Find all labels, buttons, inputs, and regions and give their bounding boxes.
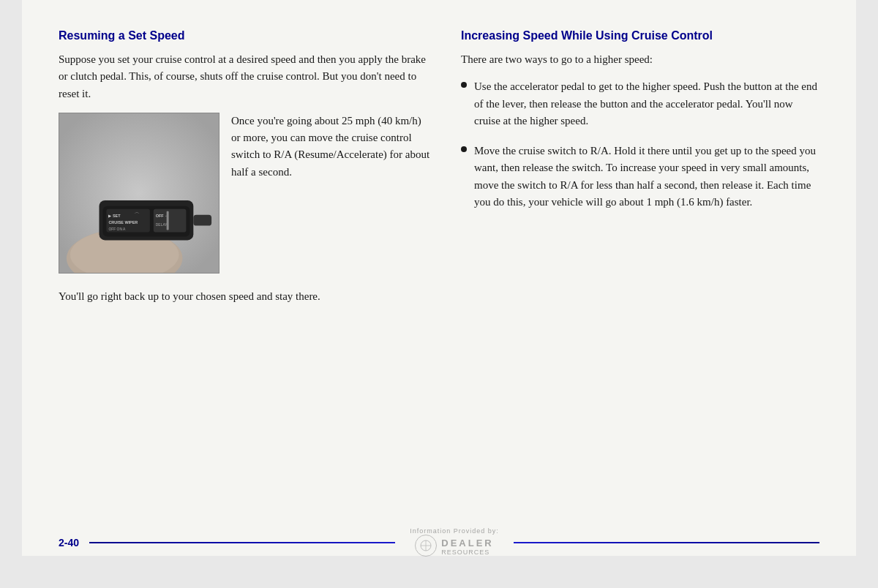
svg-text:▶ SET: ▶ SET <box>108 213 121 217</box>
footer-logo-text-block: DEALER RESOURCES <box>441 538 493 556</box>
svg-text:CRUISE WIPER: CRUISE WIPER <box>108 219 138 224</box>
bullet-list: Use the accelerator pedal to get to the … <box>461 78 819 211</box>
bullet-item-1: Use the accelerator pedal to get to the … <box>461 78 819 129</box>
svg-text:DELAY: DELAY <box>156 222 168 226</box>
svg-rect-12 <box>193 214 211 225</box>
footer-logo-row: DEALER RESOURCES <box>415 535 493 558</box>
content-columns: Resuming a Set Speed Suppose you set you… <box>59 29 819 305</box>
right-intro-text: There are two ways to go to a higher spe… <box>461 51 819 68</box>
bullet-dot-2 <box>461 146 467 152</box>
image-caption: Once you're going about 25 mph (40 km/h)… <box>231 113 432 181</box>
footer-line-right <box>514 542 819 543</box>
footer-logo-circle <box>415 535 437 557</box>
right-column: Increasing Speed While Using Cruise Cont… <box>461 29 819 305</box>
left-column: Resuming a Set Speed Suppose you set you… <box>59 29 432 305</box>
left-intro-text: Suppose you set your cruise control at a… <box>59 51 432 102</box>
footer-logo-main: DEALER <box>441 538 493 549</box>
footer-logo-sub: RESOURCES <box>441 549 493 556</box>
svg-text:⌒: ⌒ <box>134 211 140 218</box>
footer-line-left <box>89 542 395 543</box>
footer-bar: 2-40 Information Provided by: DEALER RES… <box>22 529 856 556</box>
footer-logo-icon <box>419 539 432 552</box>
bullet-text-2: Move the cruise switch to R/A. Hold it t… <box>474 143 819 211</box>
after-image-text: You'll go right back up to your chosen s… <box>59 288 432 305</box>
svg-rect-13 <box>167 211 169 230</box>
page-number: 2-40 <box>59 537 79 549</box>
footer-info-text: Information Provided by: <box>410 527 499 535</box>
bullet-item-2: Move the cruise switch to R/A. Hold it t… <box>461 143 819 211</box>
page-content: Resuming a Set Speed Suppose you set you… <box>22 0 856 556</box>
bullet-dot-1 <box>461 82 467 88</box>
footer-center: Information Provided by: DEALER RESOURCE… <box>410 527 499 558</box>
svg-rect-9 <box>154 209 187 233</box>
cruise-control-image: ▶ SET CRUISE WIPER OFF ON A OFF ← DELAY … <box>59 113 220 274</box>
image-text-block: ▶ SET CRUISE WIPER OFF ON A OFF ← DELAY … <box>59 113 432 274</box>
svg-text:OFF ON A: OFF ON A <box>108 227 126 230</box>
right-section-title: Increasing Speed While Using Cruise Cont… <box>461 29 819 42</box>
bullet-text-1: Use the accelerator pedal to get to the … <box>474 78 819 129</box>
left-section-title: Resuming a Set Speed <box>59 29 432 42</box>
